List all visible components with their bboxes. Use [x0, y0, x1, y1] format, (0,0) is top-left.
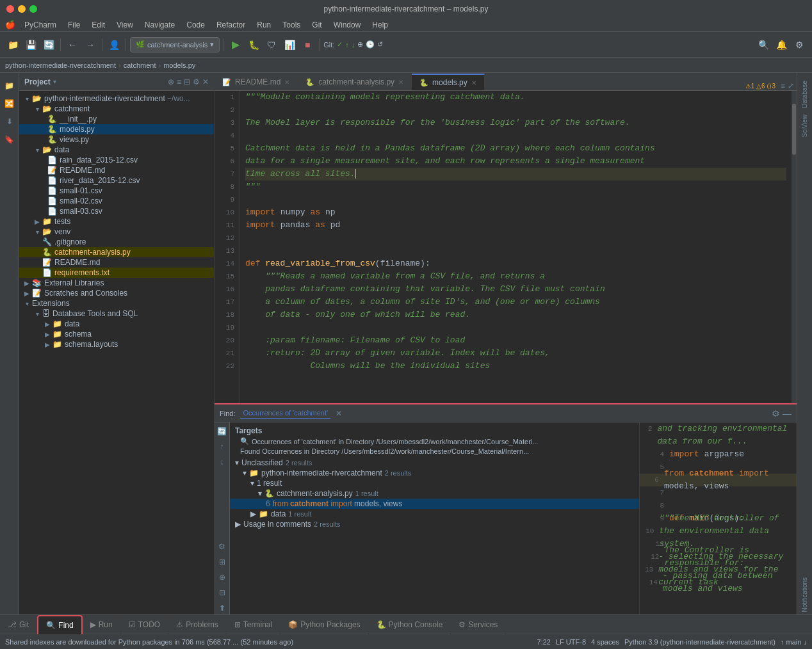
- close-button[interactable]: [6, 5, 14, 13]
- tree-db-data[interactable]: ▶ 📁 data: [19, 319, 214, 329]
- tree-external-libs[interactable]: ▶ 📚 External Libraries: [19, 278, 214, 288]
- tree-gitignore[interactable]: 🔧 .gitignore: [19, 237, 214, 247]
- bottom-tab-find[interactable]: 🔍 Find: [37, 615, 82, 634]
- locate-icon[interactable]: ⊕: [168, 77, 174, 86]
- commit-icon[interactable]: 🔀: [2, 96, 17, 111]
- find-usage-item[interactable]: ▶ Usage in comments 2 results: [230, 519, 639, 529]
- profile-button[interactable]: 📊: [282, 37, 297, 52]
- panel-settings-icon[interactable]: ⚙: [193, 77, 200, 86]
- find-tab-close[interactable]: ✕: [336, 409, 342, 418]
- tree-init-py[interactable]: 🐍 __init__.py: [19, 114, 214, 124]
- notifications-icon[interactable]: 🔔: [774, 37, 789, 52]
- tab-models[interactable]: 🐍 models.py ✕: [412, 74, 485, 90]
- bottom-tab-todo[interactable]: ☑ TODO: [121, 615, 168, 634]
- find-rerun-icon[interactable]: 🔄: [216, 425, 229, 438]
- sync-icon[interactable]: 🔄: [41, 37, 56, 52]
- find-match-line[interactable]: 6 from catchment import models, views: [230, 499, 639, 509]
- status-position[interactable]: 7:22: [537, 638, 551, 646]
- status-python[interactable]: Python 3.9 (python-intermediate-rivercat…: [624, 638, 775, 646]
- forward-icon[interactable]: →: [83, 37, 98, 52]
- menu-run[interactable]: Run: [252, 19, 276, 31]
- find-1result-item[interactable]: ▾ 1 result: [230, 478, 639, 488]
- bottom-tab-problems[interactable]: ⚠ Problems: [168, 615, 227, 634]
- find-group-icon[interactable]: ⊞: [216, 556, 229, 568]
- bookmarks-icon[interactable]: 🔖: [2, 132, 17, 147]
- debug-button[interactable]: 🐛: [246, 37, 261, 52]
- tree-data-folder[interactable]: ▾ 📂 data: [19, 145, 214, 155]
- tree-requirements[interactable]: 📄 requirements.txt: [19, 268, 214, 278]
- menu-refactor[interactable]: Refactor: [211, 19, 250, 31]
- breadcrumb-root[interactable]: python-intermediate-rivercatchment: [5, 61, 116, 69]
- stop-button[interactable]: ■: [300, 37, 315, 52]
- notifications-sidebar-icon[interactable]: Notifications: [800, 575, 809, 614]
- branch-selector[interactable]: 🌿 catchment-analysis ▾: [130, 37, 220, 52]
- tree-small03[interactable]: 📄 small-03.csv: [19, 206, 214, 216]
- tab-catchment-analysis[interactable]: 🐍 catchment-analysis.py ✕: [298, 74, 412, 90]
- tree-data-readme[interactable]: 📝 README.md: [19, 165, 214, 175]
- find-unclassified[interactable]: ▾ Unclassified 2 results: [230, 458, 639, 468]
- tree-root-readme[interactable]: 📝 README.md: [19, 257, 214, 268]
- sciview-sidebar-icon[interactable]: SciView: [800, 112, 809, 140]
- readme-tab-close[interactable]: ✕: [284, 79, 289, 86]
- menu-window[interactable]: Window: [329, 19, 366, 31]
- expand-icon[interactable]: ≡: [177, 77, 181, 86]
- code-text-area[interactable]: """Module containing models representing…: [240, 91, 792, 403]
- tree-catchment-folder[interactable]: ▾ 📂 catchment: [19, 104, 214, 114]
- find-up-icon[interactable]: ↑: [216, 440, 229, 453]
- minimize-button[interactable]: [18, 5, 26, 13]
- find-ca-file-item[interactable]: ▾ 🐍 catchment-analysis.py 1 result: [230, 488, 639, 499]
- find-down-icon[interactable]: ↓: [216, 456, 229, 469]
- save-icon[interactable]: 💾: [23, 37, 38, 52]
- bottom-tab-terminal[interactable]: ⊞ Terminal: [227, 615, 280, 634]
- menu-help[interactable]: Help: [367, 19, 393, 31]
- bottom-tab-services[interactable]: ⚙ Services: [451, 615, 506, 634]
- code-editor[interactable]: 1 2 3 4 5 6 7 8 9 10 11 12 13 14 15 16 1: [215, 91, 797, 403]
- find-repo-item[interactable]: ▾ 📁 python-intermediate-rivercatchment 2…: [230, 468, 639, 478]
- ca-tab-close[interactable]: ✕: [398, 79, 403, 86]
- find-collapse-all-icon[interactable]: ⊟: [216, 586, 229, 599]
- menu-git[interactable]: Git: [307, 19, 327, 31]
- menu-navigate[interactable]: Navigate: [140, 19, 180, 31]
- status-indent[interactable]: 4 spaces: [591, 638, 619, 646]
- tree-rain-csv[interactable]: 📄 rain_data_2015-12.csv: [19, 155, 214, 165]
- collapse-icon[interactable]: ⊟: [184, 77, 190, 86]
- coverage-button[interactable]: 🛡: [264, 37, 279, 52]
- menu-view[interactable]: View: [111, 19, 138, 31]
- bottom-tab-python-packages[interactable]: 📦 Python Packages: [280, 615, 368, 634]
- tree-catchment-analysis-py[interactable]: 🐍 catchment-analysis.py: [19, 247, 214, 257]
- status-git-branch[interactable]: ↑ main ↓: [781, 638, 807, 646]
- back-icon[interactable]: ←: [65, 37, 80, 52]
- settings-icon[interactable]: ⚙: [792, 37, 807, 52]
- tree-small01[interactable]: 📄 small-01.csv: [19, 186, 214, 196]
- find-settings-icon[interactable]: ⚙: [772, 408, 780, 419]
- menu-tools[interactable]: Tools: [277, 19, 305, 31]
- run-button[interactable]: ▶: [228, 37, 243, 52]
- project-icon[interactable]: 📁: [5, 37, 20, 52]
- menu-edit[interactable]: Edit: [86, 19, 110, 31]
- tree-small02[interactable]: 📄 small-02.csv: [19, 196, 214, 206]
- vcs-icon[interactable]: 👤: [106, 37, 122, 52]
- find-tab[interactable]: Occurrences of 'catchment': [240, 408, 330, 419]
- find-expand-all-icon[interactable]: ⊕: [216, 571, 229, 584]
- tree-venv[interactable]: ▾ 📂 venv: [19, 227, 214, 237]
- models-tab-close[interactable]: ✕: [471, 79, 476, 86]
- menu-code[interactable]: Code: [181, 19, 210, 31]
- panel-close-icon[interactable]: ✕: [202, 77, 209, 86]
- bottom-tab-run[interactable]: ▶ Run: [83, 615, 121, 634]
- tree-scratches[interactable]: ▶ 📝 Scratches and Consoles: [19, 288, 214, 298]
- pull-requests-icon[interactable]: ⬇: [2, 114, 17, 129]
- bottom-tab-python-console[interactable]: 🐍 Python Console: [369, 615, 451, 634]
- search-everywhere-icon[interactable]: 🔍: [756, 37, 771, 52]
- tree-extensions[interactable]: ▾ Extensions: [19, 298, 214, 308]
- tree-schema-layouts[interactable]: ▶ 📁 schema.layouts: [19, 339, 214, 349]
- tree-tests[interactable]: ▶ 📁 tests: [19, 216, 214, 227]
- maximize-button[interactable]: [29, 5, 37, 13]
- tree-root[interactable]: ▾ 📂 python-intermediate-rivercatchment ~…: [19, 93, 214, 104]
- find-settings-v-icon[interactable]: ⚙: [216, 540, 229, 553]
- find-export-icon[interactable]: ⬆: [216, 602, 229, 614]
- project-sidebar-icon[interactable]: 📁: [2, 78, 17, 93]
- database-sidebar-icon[interactable]: Database: [800, 78, 809, 111]
- tree-views-py[interactable]: 🐍 views.py: [19, 134, 214, 145]
- tree-models-py[interactable]: 🐍 models.py: [19, 124, 214, 134]
- tree-schema[interactable]: ▶ 📁 schema: [19, 329, 214, 339]
